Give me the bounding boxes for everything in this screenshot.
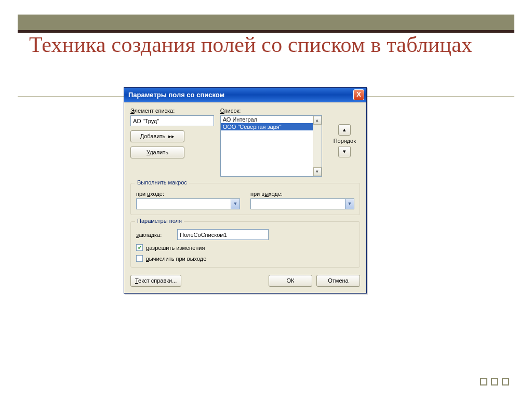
- list-scrollbar[interactable]: ▴ ▾: [313, 116, 322, 176]
- label-list: Список:: [220, 108, 322, 114]
- field-params-group: закладка: ✔ разрешить изменения вычислит…: [130, 221, 360, 268]
- label-order: Порядок: [334, 138, 356, 144]
- dialog-body: Элемент списка: Добавить ▸▸ Удалить Спис…: [124, 102, 366, 293]
- allow-changes-checkbox[interactable]: ✔: [136, 244, 143, 251]
- label-element: Элемент списка:: [130, 108, 214, 114]
- move-up-button[interactable]: ▴: [338, 124, 351, 136]
- dialog-title: Параметры поля со списком: [128, 91, 224, 99]
- col-list: Список: АО Интеграл ООО "Северная заря" …: [220, 108, 322, 177]
- macro-enter-col: при входе: ▼: [136, 191, 240, 209]
- scroll-down-icon[interactable]: ▾: [313, 167, 322, 176]
- on-exit-value: [251, 199, 345, 209]
- scroll-up-icon[interactable]: ▴: [313, 116, 322, 125]
- macro-group: при входе: ▼ при выходе: ▼: [130, 183, 360, 215]
- list-box[interactable]: АО Интеграл ООО "Северная заря" ▴ ▾: [220, 115, 322, 177]
- element-input[interactable]: [130, 115, 214, 126]
- allow-changes-row: ✔ разрешить изменения: [136, 244, 354, 251]
- add-button[interactable]: Добавить ▸▸: [130, 130, 184, 142]
- delete-button[interactable]: Удалить: [130, 147, 184, 158]
- macro-exit-col: при выходе: ▼: [250, 191, 354, 209]
- bookmark-input[interactable]: [177, 229, 269, 240]
- ok-button[interactable]: ОК: [269, 275, 312, 287]
- move-down-button[interactable]: ▾: [338, 146, 351, 157]
- cancel-button[interactable]: Отмена: [316, 275, 360, 287]
- bookmark-row: закладка:: [136, 229, 354, 240]
- close-button[interactable]: X: [353, 89, 364, 100]
- list-item[interactable]: ООО "Северная заря": [221, 123, 313, 130]
- allow-changes-label: разрешить изменения: [146, 245, 205, 251]
- label-on-enter: при входе:: [136, 191, 240, 197]
- bottom-button-row: Текст справки... ОК Отмена: [130, 275, 360, 287]
- slide-bullet-icon: [491, 378, 498, 385]
- col-element: Элемент списка: Добавить ▸▸ Удалить: [130, 108, 214, 177]
- help-text-button[interactable]: Текст справки...: [130, 275, 181, 287]
- slide-top-bar: [18, 15, 514, 30]
- titlebar[interactable]: Параметры поля со списком X: [124, 88, 366, 102]
- col-order: ▴ Порядок ▾: [329, 108, 360, 177]
- on-enter-value: [137, 199, 231, 209]
- slide-title: Техника создания полей со списком в табл…: [29, 32, 472, 57]
- slide: Техника создания полей со списком в табл…: [0, 0, 532, 399]
- chevron-down-icon[interactable]: ▼: [345, 199, 354, 209]
- calc-on-exit-row: вычислить при выходе: [136, 255, 354, 262]
- top-row: Элемент списка: Добавить ▸▸ Удалить Спис…: [130, 108, 360, 177]
- combo-box-params-dialog: Параметры поля со списком X Элемент спис…: [124, 87, 367, 294]
- list-item[interactable]: АО Интеграл: [221, 116, 313, 123]
- on-exit-combo[interactable]: ▼: [250, 198, 354, 209]
- on-enter-combo[interactable]: ▼: [136, 198, 240, 209]
- chevron-down-icon[interactable]: ▼: [231, 199, 240, 209]
- calc-on-exit-label: вычислить при выходе: [146, 256, 206, 262]
- label-on-exit: при выходе:: [250, 191, 354, 197]
- list-box-inner: АО Интеграл ООО "Северная заря": [221, 116, 313, 176]
- slide-bullet-icon: [480, 378, 487, 385]
- calc-on-exit-checkbox[interactable]: [136, 255, 143, 262]
- close-icon: X: [356, 90, 361, 98]
- label-bookmark: закладка:: [136, 232, 162, 238]
- slide-bullet-icon: [502, 378, 509, 385]
